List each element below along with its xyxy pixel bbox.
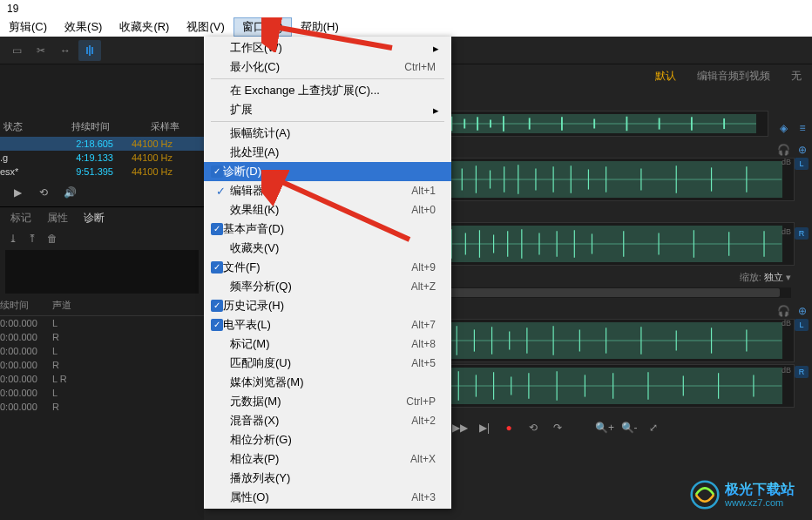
skip-icon[interactable]: ↷: [548, 418, 567, 437]
tool-razor-icon[interactable]: ✂: [30, 40, 52, 61]
menu-item[interactable]: 振幅统计(A): [204, 124, 451, 143]
menu-item[interactable]: ✓文件(F)Alt+9: [204, 258, 451, 277]
menu-item[interactable]: 批处理(A): [204, 143, 451, 162]
file-row[interactable]: .g 4:19.133 44100 Hz: [0, 151, 204, 165]
menu-help[interactable]: 帮助(H): [292, 17, 348, 37]
play-icon[interactable]: ▶: [9, 184, 26, 201]
go-end-icon[interactable]: ▶|: [475, 418, 494, 437]
record-icon[interactable]: ●: [499, 418, 518, 437]
menubar: 剪辑(C) 效果(S) 收藏夹(R) 视图(V) 窗口(W) 帮助(H): [0, 17, 812, 37]
menu-item[interactable]: 频率分析(Q)Alt+Z: [204, 277, 451, 296]
watermark-text: 极光下载站: [725, 482, 795, 497]
menu-item[interactable]: ✓电平表(L)Alt+7: [204, 315, 451, 334]
menu-effects[interactable]: 效果(S): [56, 17, 111, 37]
col-duration[interactable]: 持续时间: [35, 120, 113, 133]
channel-header: 续时间 声道: [0, 295, 204, 316]
watermark: 极光下载站 www.xz7.com: [690, 480, 795, 510]
channel-row[interactable]: 0:00.000R: [0, 330, 204, 344]
col-status[interactable]: 状态: [0, 120, 35, 133]
search-area[interactable]: [5, 250, 199, 294]
menu-item[interactable]: 效果组(K)Alt+0: [204, 200, 451, 219]
watermark-url: www.xz7.com: [725, 497, 795, 508]
menu-item[interactable]: 收藏夹(V): [204, 239, 451, 258]
channel-row[interactable]: 0:00.000R: [0, 400, 204, 414]
headphone-icon[interactable]: 🎧: [775, 142, 791, 158]
watermark-logo-icon: [690, 480, 720, 510]
menu-item[interactable]: 元数据(M)Ctrl+P: [204, 392, 451, 411]
panel-menu-icon[interactable]: ≡: [795, 120, 810, 136]
marker-in-icon[interactable]: ⤓: [9, 233, 17, 245]
headphone-icon[interactable]: 🎧: [775, 303, 791, 319]
loop-icon[interactable]: ⟲: [35, 184, 52, 201]
menu-item[interactable]: 混音器(X)Alt+2: [204, 411, 451, 430]
volume-icon[interactable]: 🔊: [61, 184, 78, 201]
zoom-in-icon[interactable]: 🔍+: [595, 418, 614, 437]
menu-item[interactable]: 工作区(W)▸: [204, 38, 451, 57]
menu-clip[interactable]: 剪辑(C): [0, 17, 56, 37]
channel-L-btn[interactable]: L: [795, 158, 809, 170]
menu-item[interactable]: 在 Exchange 上查找扩展(C)...: [204, 81, 451, 100]
tool-select-icon[interactable]: ▭: [5, 40, 28, 61]
menu-item[interactable]: ✓编辑器(E)Alt+1: [204, 181, 451, 200]
spectral-toggle-icon[interactable]: ◈: [775, 120, 791, 136]
marker-icons: ⤓ ⤒ 🗑: [0, 229, 204, 248]
channel-row[interactable]: 0:00.000L: [0, 316, 204, 330]
menu-item[interactable]: ✓历史记录(H): [204, 296, 451, 315]
channel-R-btn[interactable]: R: [795, 366, 809, 378]
menu-view[interactable]: 视图(V): [178, 17, 233, 37]
window-title-bar: 19: [0, 0, 812, 17]
menu-item[interactable]: 标记(M)Alt+8: [204, 334, 451, 354]
col-rate[interactable]: 采样率: [113, 120, 183, 133]
zoom-out-icon[interactable]: 🔍-: [619, 418, 639, 437]
channel-L-btn[interactable]: L: [795, 319, 809, 331]
svg-point-78: [692, 482, 719, 509]
channel-row[interactable]: 0:00.000L: [0, 344, 204, 358]
file-row[interactable]: esx* 9:51.395 44100 Hz: [0, 165, 204, 179]
tab-properties[interactable]: 属性: [47, 211, 68, 226]
left-column: 状态 持续时间 采样率 2:18.605 44100 Hz .g 4:19.13…: [0, 64, 204, 520]
ws-default[interactable]: 默认: [655, 69, 676, 84]
ws-none[interactable]: 无: [791, 69, 802, 84]
tool-time-icon[interactable]: [78, 40, 101, 61]
menu-item[interactable]: ✓基本声音(D): [204, 219, 451, 239]
file-row[interactable]: 2:18.605 44100 Hz: [0, 137, 204, 151]
menu-item[interactable]: 扩展▸: [204, 100, 451, 119]
ffwd-icon[interactable]: ▶▶: [450, 418, 470, 437]
window-title: 19: [7, 3, 18, 15]
window-menu-dropdown: 工作区(W)▸最小化(C)Ctrl+M在 Exchange 上查找扩展(C)..…: [204, 37, 451, 509]
menu-item[interactable]: 播放列表(Y): [204, 469, 451, 488]
menu-item[interactable]: ✓诊断(D): [204, 162, 451, 181]
menu-item[interactable]: 最小化(C)Ctrl+M: [204, 57, 451, 77]
tool-slip-icon[interactable]: ↔: [54, 40, 77, 61]
zoom-icon[interactable]: ⊕: [795, 142, 810, 158]
panel-tabs: 标记 属性 诊断: [0, 207, 204, 229]
zoom-fit-icon[interactable]: ⤢: [644, 418, 663, 437]
menu-favorites[interactable]: 收藏夹(R): [111, 17, 178, 37]
transport-controls: ▶ ⟲ 🔊: [0, 179, 204, 206]
tool-group: ▭ ✂ ↔: [5, 40, 101, 61]
channel-R-btn[interactable]: R: [795, 227, 809, 240]
trash-icon[interactable]: 🗑: [47, 233, 58, 245]
zoom-icon[interactable]: ⊕: [795, 303, 810, 319]
menu-item[interactable]: 匹配响度(U)Alt+5: [204, 354, 451, 373]
channel-row[interactable]: 0:00.000R: [0, 358, 204, 372]
files-header: 状态 持续时间 采样率: [0, 117, 204, 137]
marker-out-icon[interactable]: ⤒: [28, 233, 37, 245]
menu-item[interactable]: 媒体浏览器(M): [204, 373, 451, 392]
bottom-panel: 标记 属性 诊断 ⤓ ⤒ 🗑 续时间 声道 0:00.000L 0:00.000…: [0, 206, 204, 414]
menu-item[interactable]: 相位分析(G): [204, 430, 451, 449]
channel-row[interactable]: 0:00.000L R: [0, 372, 204, 386]
menu-item[interactable]: 相位表(P)Alt+X: [204, 449, 451, 469]
tab-diagnostics[interactable]: 诊断: [84, 211, 105, 226]
ws-edit-av[interactable]: 编辑音频到视频: [697, 69, 770, 84]
loop-icon[interactable]: ⟲: [524, 418, 543, 437]
menu-window[interactable]: 窗口(W): [233, 17, 292, 37]
menu-item[interactable]: 属性(O)Alt+3: [204, 488, 451, 507]
tab-markers[interactable]: 标记: [10, 211, 31, 226]
channel-row[interactable]: 0:00.000L: [0, 386, 204, 400]
